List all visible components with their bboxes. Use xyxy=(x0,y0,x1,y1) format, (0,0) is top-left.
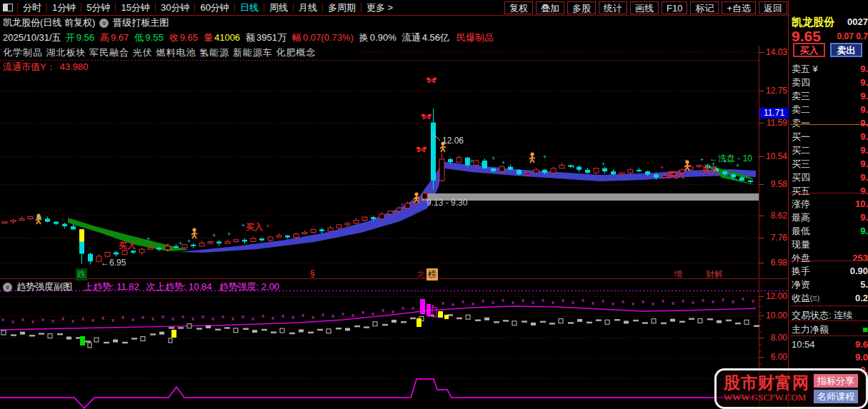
market-cap-line: 流通市值Y：43.980 xyxy=(3,61,501,74)
svg-text:9.13 - 9.30: 9.13 - 9.30 xyxy=(426,198,468,208)
svg-text:x: x xyxy=(21,316,24,323)
svg-text:x: x xyxy=(482,298,484,304)
chart-tag-label: 财解 xyxy=(706,268,723,281)
svg-text:x: x xyxy=(41,316,44,323)
svg-text:+: + xyxy=(187,238,191,245)
price-change: 0.07 0.7 xyxy=(837,29,868,44)
svg-text:+: + xyxy=(227,231,231,238)
butterfly-icon xyxy=(426,77,437,83)
quote-row[interactable]: 卖四9. xyxy=(792,76,868,89)
quote-row: 最高9. xyxy=(792,211,868,224)
y-axis-label: 7.76 xyxy=(759,233,787,243)
svg-text:x: x xyxy=(522,297,524,303)
svg-text:+: + xyxy=(146,236,150,243)
y-axis-label: 6.98 xyxy=(759,258,787,268)
butterfly-icon xyxy=(421,113,431,119)
svg-text:x: x xyxy=(131,316,134,323)
tick-row: 9.0 xyxy=(792,351,868,364)
svg-text:x: x xyxy=(61,315,64,322)
svg-text:x: x xyxy=(371,310,374,317)
svg-text:+: + xyxy=(700,156,704,163)
person-icon xyxy=(191,228,197,238)
svg-text:x: x xyxy=(642,298,644,305)
divider xyxy=(790,193,868,193)
svg-text:x: x xyxy=(261,313,264,319)
svg-text:x: x xyxy=(121,314,124,320)
quote-row[interactable]: 卖三9. xyxy=(792,90,868,103)
watermark-title: 股市财富网 xyxy=(724,374,809,392)
ohlc-field-4: 量41006 xyxy=(204,32,244,43)
svg-text:+: + xyxy=(502,159,505,166)
svg-text:+: + xyxy=(572,163,575,171)
svg-text:x: x xyxy=(161,313,164,320)
svg-text:x: x xyxy=(562,297,564,303)
y-axis-label: 10.54 xyxy=(759,151,787,161)
quote-row[interactable]: 买三9. xyxy=(792,158,868,171)
divider xyxy=(790,261,868,261)
quote-row[interactable]: 卖一9. xyxy=(792,117,868,130)
svg-text:x: x xyxy=(91,317,94,323)
svg-text:x: x xyxy=(331,313,334,319)
last-price: 9.65 xyxy=(792,29,821,44)
svg-text:x: x xyxy=(81,315,84,322)
svg-text:+: + xyxy=(660,164,664,171)
svg-text:x: x xyxy=(442,300,444,306)
svg-text:+: + xyxy=(543,153,547,161)
svg-text:+: + xyxy=(266,223,269,230)
subchart-params: 上趋势: 11.82次上趋势: 10.84趋势强度: 2.00 xyxy=(76,281,279,293)
indicator-collapse-icon[interactable]: ∨ xyxy=(99,19,109,28)
svg-text:x: x xyxy=(201,313,204,320)
svg-text:x: x xyxy=(111,317,114,323)
sub-y-axis-label: 10.00 xyxy=(759,310,787,320)
quote-row: 外盘253 xyxy=(792,252,868,265)
ohlc-field-6: 幅0.07(0.73%) xyxy=(292,32,358,43)
tick-row: 10:549.6 xyxy=(792,338,868,351)
sub-y-axis-label: 6.00 xyxy=(759,352,787,362)
svg-text:x: x xyxy=(361,309,364,315)
quote-row: 净资5. xyxy=(792,278,868,291)
svg-text:x: x xyxy=(171,315,174,322)
sub-chart-header: ∨ 趋势强度副图 上趋势: 11.82次上趋势: 10.84趋势强度: 2.00 xyxy=(3,281,279,293)
svg-text:x: x xyxy=(702,297,704,303)
quote-row[interactable]: 买二9. xyxy=(792,144,868,157)
chart-tag-label: 龙 xyxy=(416,268,425,281)
svg-text:x: x xyxy=(732,298,734,305)
quote-row[interactable]: 买一9. xyxy=(792,131,868,143)
svg-text:+: + xyxy=(602,161,605,168)
svg-text:x: x xyxy=(391,308,394,315)
svg-text:x: x xyxy=(572,299,574,306)
buy-button[interactable]: 买入 xyxy=(793,43,825,57)
svg-text:x: x xyxy=(582,297,584,303)
chart-tag-label: 跌 xyxy=(76,268,87,281)
svg-text:买入: 买入 xyxy=(246,222,264,232)
divider xyxy=(790,320,868,321)
sub-param-2: 趋势强度: 2.00 xyxy=(219,281,280,292)
concept-tags: 化学制品 湖北板块 军民融合 光伏 燃料电池 氢能源 新能源车 化肥概念 xyxy=(3,46,501,59)
quote-row[interactable]: 买四9. xyxy=(792,171,868,184)
quote-row: 现量 xyxy=(792,238,868,251)
svg-text:+: + xyxy=(166,241,169,248)
svg-text:x: x xyxy=(652,301,654,307)
svg-text:+: + xyxy=(480,161,484,168)
quote-row[interactable]: 买五9. xyxy=(792,185,868,198)
svg-text:x: x xyxy=(141,314,144,320)
svg-text:x: x xyxy=(672,300,674,306)
date-label: 2025/10/31/五 xyxy=(3,32,61,43)
svg-text:x: x xyxy=(401,305,404,311)
ohlc-line: 2025/10/31/五开9.56高9.67低9.55收9.65量41006额3… xyxy=(3,31,501,44)
svg-text:+: + xyxy=(400,201,404,208)
svg-text:x: x xyxy=(532,299,534,306)
quote-row[interactable]: 卖二9. xyxy=(792,103,868,116)
svg-text:x: x xyxy=(101,315,104,321)
svg-text:x: x xyxy=(502,297,504,303)
quote-row[interactable]: 卖五 ¥9. xyxy=(792,63,868,76)
svg-text:x: x xyxy=(682,298,684,304)
svg-text:买入: 买入 xyxy=(119,241,136,251)
svg-text:x: x xyxy=(592,300,594,306)
watermark: 股市财富网 WWW.GSCFW.COM 指标分享 名师课程 xyxy=(714,368,868,409)
subchart-collapse-icon[interactable]: ∨ xyxy=(3,283,12,292)
sell-button[interactable]: 卖出 xyxy=(830,43,862,57)
person-icon xyxy=(36,213,41,224)
quote-panel: 凯龙股份 0027 9.65 0.07 0.7 买入 卖出 卖五 ¥9.卖四9.… xyxy=(790,0,868,409)
svg-text:x: x xyxy=(752,298,754,304)
